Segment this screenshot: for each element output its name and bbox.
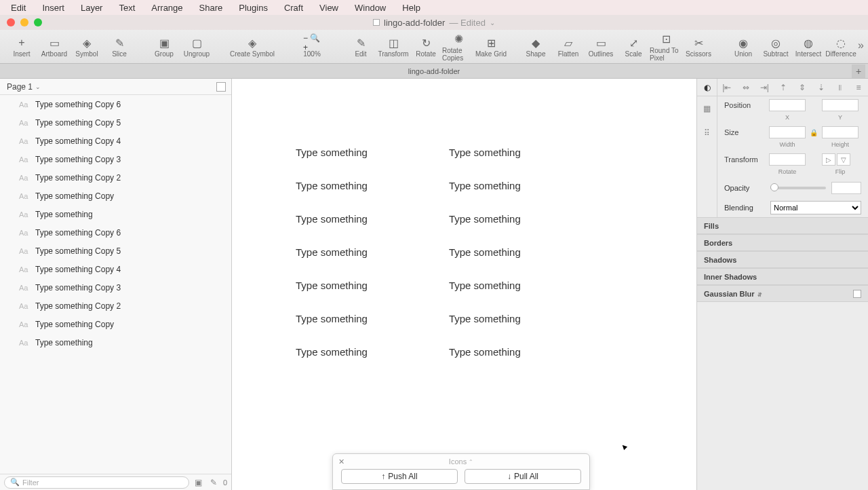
filter-input[interactable]: 🔍 Filter [4, 476, 189, 489]
layer-item[interactable]: AaType something Copy 4 [0, 132, 231, 150]
align-center-h-icon[interactable]: ⇔ [741, 82, 751, 93]
layer-item[interactable]: AaType something Copy 4 [0, 260, 231, 278]
pull-all-button[interactable]: ↓Pull All [465, 469, 581, 484]
canvas-text-layer[interactable]: Type something [449, 147, 521, 158]
tool-create-symbol[interactable]: ◈Create Symbol [225, 30, 279, 64]
layer-item[interactable]: AaType something Copy 2 [0, 297, 231, 315]
menu-craft[interactable]: Craft [277, 1, 310, 14]
align-left-icon[interactable]: |⇤ [722, 82, 732, 93]
menu-window[interactable]: Window [348, 1, 393, 14]
menu-help[interactable]: Help [395, 1, 427, 14]
popup-title[interactable]: Icons [449, 457, 467, 466]
canvas-text-layer[interactable]: Type something [449, 213, 521, 225]
tool-intersect[interactable]: ◍Intersect [792, 30, 825, 64]
tool-rotate[interactable]: ↻Rotate [410, 30, 442, 64]
section-borders[interactable]: Borders [697, 234, 868, 251]
lock-aspect-icon[interactable]: 🔒 [810, 129, 818, 136]
layer-item[interactable]: AaType something [0, 205, 231, 223]
canvas-text-layer[interactable]: Type something [296, 346, 368, 358]
menu-insert[interactable]: Insert [35, 1, 71, 14]
align-bottom-icon[interactable]: ⇣ [816, 82, 827, 93]
width-input[interactable] [769, 126, 806, 138]
dotgrid-icon[interactable]: ⠿ [697, 121, 717, 145]
menu-text[interactable]: Text [112, 1, 142, 14]
layout-icon[interactable]: ▦ [697, 96, 717, 121]
tool-rotate-copies[interactable]: ✺Rotate Copies [442, 30, 475, 64]
layer-item[interactable]: AaType something Copy 6 [0, 95, 231, 113]
canvas-text-layer[interactable]: Type something [449, 313, 521, 324]
canvas-text-layer[interactable]: Type something [449, 346, 521, 358]
tool-union[interactable]: ◉Union [727, 30, 760, 64]
canvas-text-layer[interactable]: Type something [296, 280, 368, 291]
layer-item[interactable]: AaType something Copy 2 [0, 168, 231, 187]
craft-panel-icon[interactable]: ◐ [697, 79, 717, 96]
menu-arrange[interactable]: Arrange [144, 1, 189, 14]
layer-item[interactable]: AaType something Copy 3 [0, 278, 231, 297]
menu-share[interactable]: Share [193, 1, 230, 14]
layer-item[interactable]: AaType something Copy [0, 315, 231, 333]
tool-difference[interactable]: ◌Difference [825, 30, 857, 64]
chevron-down-icon[interactable]: ⌄ [490, 19, 495, 26]
tool-scissors[interactable]: ✂Scissors [682, 30, 715, 64]
section-fills[interactable]: Fills [697, 217, 868, 234]
symbols-filter-icon[interactable]: ▣ [193, 478, 204, 487]
tool-symbol[interactable]: ◈Symbol [71, 30, 103, 64]
distribute-h-icon[interactable]: ⫴ [834, 82, 845, 93]
position-y-input[interactable] [822, 99, 859, 111]
tool-ungroup[interactable]: ▢Ungroup [180, 30, 213, 64]
tool-100%[interactable]: − 🔍 +100% [292, 30, 332, 64]
tool-shape[interactable]: ◆Shape [519, 30, 552, 64]
blending-select[interactable]: Normal [770, 201, 861, 214]
layer-item[interactable]: AaType something Copy 5 [0, 113, 231, 132]
document-tab[interactable]: lingo-add-folder [408, 67, 460, 75]
slice-filter-icon[interactable]: ✎ [208, 478, 219, 487]
height-input[interactable] [822, 126, 859, 138]
layer-item[interactable]: AaType something Copy 6 [0, 223, 231, 242]
layer-item[interactable]: AaType something Copy 5 [0, 242, 231, 260]
menu-plugins[interactable]: Plugins [232, 1, 275, 14]
section-shadows[interactable]: Shadows [697, 251, 868, 268]
gaussian-blur-section[interactable]: Gaussian Blur⇵ [697, 285, 868, 302]
close-window-button[interactable] [7, 18, 15, 26]
tool-outlines[interactable]: ▭Outlines [585, 30, 617, 64]
tool-subtract[interactable]: ◎Subtract [760, 30, 792, 64]
close-icon[interactable]: ✕ [338, 457, 344, 466]
flip-h-icon[interactable]: ▷ [822, 153, 835, 166]
blur-checkbox[interactable] [853, 290, 861, 298]
tool-round-to-pixel[interactable]: ⊡Round To Pixel [650, 30, 682, 64]
tool-slice[interactable]: ✎Slice [103, 30, 136, 64]
toolbar-overflow-icon[interactable]: » [858, 39, 864, 52]
push-all-button[interactable]: ↑Push All [341, 469, 458, 484]
tool-scale[interactable]: ⤢Scale [617, 30, 650, 64]
align-middle-icon[interactable]: ⇕ [797, 82, 808, 93]
add-tab-button[interactable]: + [852, 64, 865, 78]
canvas-text-layer[interactable]: Type something [296, 147, 368, 158]
align-right-icon[interactable]: ⇥| [759, 82, 770, 93]
menu-layer[interactable]: Layer [74, 1, 110, 14]
tool-group[interactable]: ▣Group [148, 30, 180, 64]
distribute-v-icon[interactable]: ≡ [853, 82, 864, 93]
tool-edit[interactable]: ✎Edit [344, 30, 377, 64]
artboard-list-icon[interactable] [216, 82, 226, 92]
menu-view[interactable]: View [313, 1, 345, 14]
tool-insert[interactable]: +Insert [5, 30, 38, 64]
layer-item[interactable]: AaType something Copy 3 [0, 150, 231, 168]
tool-flatten[interactable]: ▱Flatten [552, 30, 585, 64]
canvas-text-layer[interactable]: Type something [449, 180, 521, 191]
tool-transform[interactable]: ◫Transform [377, 30, 410, 64]
canvas[interactable]: Type somethingType somethingType somethi… [232, 79, 696, 490]
canvas-text-layer[interactable]: Type something [449, 280, 521, 291]
minimize-window-button[interactable] [20, 18, 28, 26]
align-top-icon[interactable]: ⇡ [778, 82, 789, 93]
section-inner-shadows[interactable]: Inner Shadows [697, 268, 868, 285]
canvas-text-layer[interactable]: Type something [296, 180, 368, 191]
position-x-input[interactable] [769, 99, 806, 111]
page-selector[interactable]: Page 1 ⌄ [0, 79, 231, 95]
canvas-text-layer[interactable]: Type something [449, 246, 521, 258]
canvas-text-layer[interactable]: Type something [296, 246, 368, 258]
menu-edit[interactable]: Edit [4, 1, 33, 14]
layer-item[interactable]: AaType something Copy [0, 187, 231, 205]
rotate-input[interactable] [769, 153, 806, 166]
tool-artboard[interactable]: ▭Artboard [38, 30, 71, 64]
opacity-slider[interactable] [770, 187, 826, 189]
